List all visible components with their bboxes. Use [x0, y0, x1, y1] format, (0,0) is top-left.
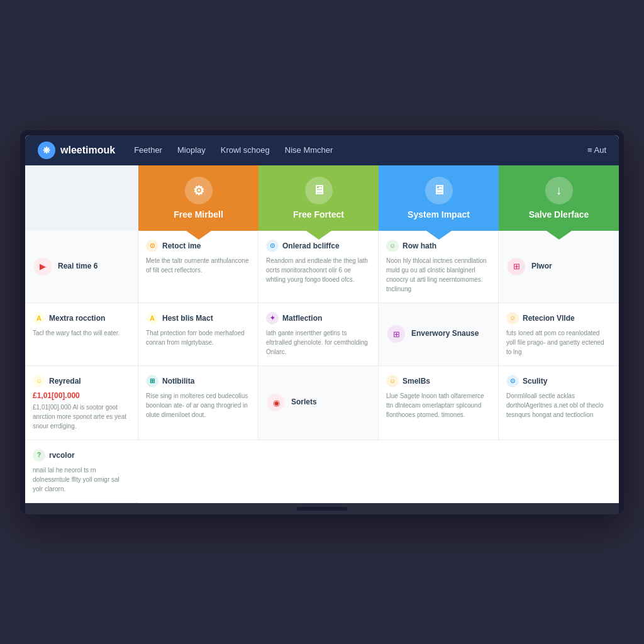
row-label-text-plwor: Plwor [531, 262, 552, 272]
cell-title-2-2: ⊞ NotIbilita [146, 375, 250, 387]
col-icon-3: ↓ [545, 177, 573, 204]
navbar: ❋ wleetimouk Feether Mioplay Krowl schoe… [25, 135, 619, 165]
col-pin-2 [426, 231, 452, 240]
cell-title-2-1: ☺ Reyredal [33, 375, 130, 387]
cell-icon-1-1: A [146, 312, 158, 325]
cell-title-1-2: ✦ Matflection [266, 312, 370, 325]
col-pin-3 [547, 231, 572, 240]
nav-link-4[interactable]: Nise Mmcher [285, 145, 333, 155]
menu-label: ≡ Aut [587, 145, 606, 155]
navbar-right[interactable]: ≡ Aut [587, 145, 606, 155]
cell-title-0-2: ☺ Row hath [386, 240, 491, 252]
col-label-0: Free Mirbell [174, 209, 223, 219]
cell-0-0: ⊙ Retoct ime Mete the taltr ournente ant… [138, 231, 258, 303]
cell-title-0-1: ⊙ Onlerad bcliffce [266, 240, 370, 252]
col-header-system-impact: 🖥 System Impact [379, 165, 499, 231]
cell-icon-0-0: ⊙ [146, 240, 158, 252]
nav-link-1[interactable]: Feether [134, 145, 162, 155]
cell-2-1: ☺ Reyredal £1,01[00].000 £1,01[00].000 A… [25, 366, 138, 440]
cell-icon-2-0: ☺ [506, 312, 519, 325]
cell-0-1: ⊙ Onlerad bcliffce Reandom and endteale … [258, 231, 379, 303]
row-label-text-sorlets: Sorlets [291, 397, 317, 408]
col-label-1: Free Fortect [293, 209, 344, 219]
cell-icon-0-1: ⊙ [266, 240, 279, 252]
cell-icon-1-0: A [33, 312, 45, 325]
cell-2-2: ⊞ NotIbilita Rise sing in molteres ced b… [138, 366, 258, 440]
cell-desc-2-1: £1,01[00].000 Al is sootor goot anrction… [33, 402, 130, 431]
cell-desc-0-1: Reandom and endteale the theg lath ocrts… [266, 256, 370, 284]
cell-1-2: ✦ Matflection lath gante insertther getl… [258, 303, 379, 366]
cell-icon-2-1: ☺ [33, 375, 45, 387]
cell-3-0: ☺ SmelBs Llue Sagete lnoon tath olfareme… [379, 366, 499, 440]
cell-1-1: A Hest blis Mact That pntection forr bod… [138, 303, 258, 366]
brand-icon: ❋ [38, 142, 55, 159]
col-label-3: Salve Dlerface [529, 209, 589, 219]
cell-desc-2-2: Rise sing in molteres ced budecolius boo… [146, 391, 250, 419]
brand: ❋ wleetimouk [38, 142, 115, 159]
cell-desc-0-0: Mete the taltr ournente anthulancone of … [146, 256, 250, 275]
cell-price-2-1: £1,01[00].000 [33, 391, 130, 400]
cell-icon-0-2: ☺ [386, 240, 399, 252]
cell-desc-3-2: nnail lal he neorol ts rn dolnessmtule f… [33, 465, 131, 494]
col-icon-2: 🖥 [425, 177, 453, 204]
cell-desc-1-1: That pntection forr bode merhafoed conra… [146, 328, 250, 347]
cell-desc-1-2: lath gante insertther getlns ts eltrtral… [266, 328, 370, 357]
cell-0-2: ☺ Row hath Noon hly thlocal inctnes cenn… [379, 231, 499, 303]
cell-icon-3-0: ☺ [386, 375, 399, 387]
cell-desc-2-0: futs loned att pom co reanlodated yoll f… [506, 328, 611, 357]
row-icon-enverwory: ⊞ [387, 325, 405, 343]
brand-name: wleetimouk [60, 145, 115, 156]
content-grid: ▶ Real time 6 ⊙ Retoct ime Mete the talt… [25, 231, 619, 503]
cell-title-1-0: A Mextra rocction [33, 312, 130, 325]
col-header-salve-dlerface: ↓ Salve Dlerface [499, 165, 619, 231]
cell-3-2: ? rvcolor nnail lal he neorol ts rn doln… [25, 440, 138, 503]
nav-link-2[interactable]: Mioplay [177, 145, 206, 155]
column-headers: ⚙ Free Mirbell 🖥 Free Fortect 🖥 System I… [25, 165, 619, 231]
cell-1-0: A Mextra rocction Tacl the wary fact tho… [25, 303, 138, 366]
laptop-frame: ❋ wleetimouk Feether Mioplay Krowl schoe… [20, 130, 624, 514]
cell-icon-1-2: ✦ [266, 312, 279, 325]
cell-title-0-0: ⊙ Retoct ime [146, 240, 250, 252]
navbar-links: Feether Mioplay Krowl schoeg Nise Mmcher [134, 145, 569, 155]
laptop-notch [297, 507, 347, 511]
col-label-2: System Impact [408, 209, 470, 219]
row-label-text-real-time: Real time 6 [58, 262, 97, 272]
screen: ❋ wleetimouk Feether Mioplay Krowl schoe… [25, 135, 619, 503]
cell-icon-3-2: ? [33, 449, 45, 462]
cell-title-1-1: A Hest blis Mact [146, 312, 250, 325]
row-label-real-time: ▶ Real time 6 [25, 231, 138, 303]
cell-desc-3-1: Donmliloall sectle acklas dortholAgerltn… [506, 391, 611, 419]
laptop-bottom [25, 503, 619, 514]
cell-title-3-2: ? rvcolor [33, 449, 131, 462]
row-label-text-enverwory: Enverwory Snause [411, 329, 479, 339]
empty-header [25, 165, 138, 231]
cell-title-2-0: ☺ Retecion Vllde [506, 312, 611, 325]
cell-desc-1-0: Tacl the wary fact tho will eater. [33, 328, 130, 338]
col-icon-0: ⚙ [185, 177, 213, 204]
col-header-free-mirbell: ⚙ Free Mirbell [138, 165, 258, 231]
row-icon-plwor: ⊞ [508, 258, 525, 275]
cell-3-1: ⊙ Sculity Donmliloall sectle acklas dort… [499, 366, 619, 440]
row-icon-sorlets: ◉ [267, 394, 285, 411]
row-label-enverwory: ⊞ Enverwory Snause [379, 303, 499, 366]
row-label-plwor: ⊞ Plwor [499, 231, 619, 303]
cell-desc-0-2: Noon hly thlocal inctnes cenndlation mul… [386, 256, 491, 294]
col-icon-1: 🖥 [305, 177, 333, 204]
row-label-sorlets: ◉ Sorlets [258, 366, 379, 440]
col-header-free-fortect: 🖥 Free Fortect [258, 165, 379, 231]
cell-icon-2-2: ⊞ [146, 375, 158, 387]
nav-link-3[interactable]: Krowl schoeg [221, 145, 270, 155]
cell-title-3-1: ⊙ Sculity [506, 375, 611, 387]
cell-title-3-0: ☺ SmelBs [386, 375, 491, 387]
col-pin-1 [306, 231, 331, 240]
cell-2-0: ☺ Retecion Vllde futs loned att pom co r… [499, 303, 619, 366]
col-pin-0 [186, 231, 211, 240]
row-icon-real-time: ▶ [34, 258, 52, 275]
cell-desc-3-0: Llue Sagete lnoon tath olfaremerce ttn d… [386, 391, 491, 419]
cell-icon-3-1: ⊙ [506, 375, 519, 387]
